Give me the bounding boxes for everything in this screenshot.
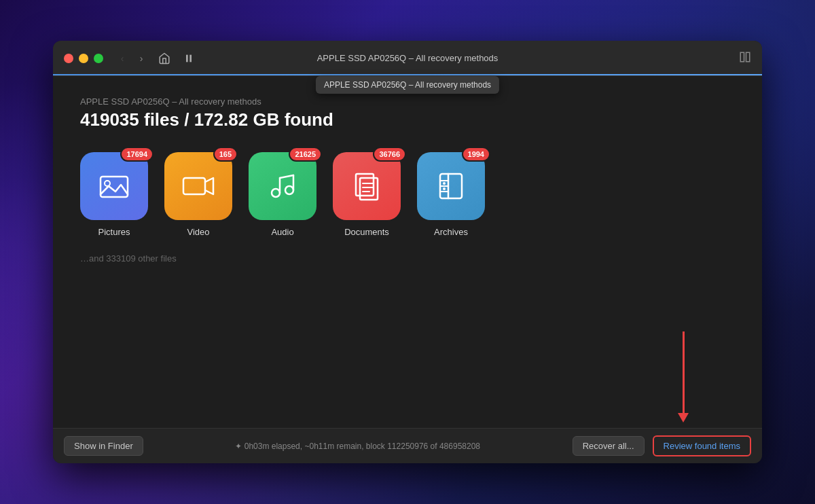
- window-title: APPLE SSD AP0256Q – All recovery methods: [317, 53, 499, 63]
- audio-icon-wrapper: 21625: [249, 152, 316, 220]
- show-in-finder-button[interactable]: Show in Finder: [64, 436, 143, 456]
- titlebar: ‹ › APPLE SSD AP0256Q – All recovery met…: [53, 41, 762, 76]
- svg-rect-2: [740, 52, 744, 62]
- audio-label: Audio: [271, 227, 293, 237]
- documents-label: Documents: [344, 227, 389, 237]
- subtitle: APPLE SSD AP0256Q – All recovery methods: [80, 96, 735, 107]
- pictures-badge: 17694: [120, 147, 153, 162]
- main-title: 419035 files / 172.82 GB found: [80, 109, 735, 130]
- file-type-pictures[interactable]: 17694 Pictures: [80, 152, 148, 237]
- video-icon-wrapper: 165: [164, 152, 232, 220]
- pictures-label: Pictures: [98, 227, 130, 237]
- arrow-line: [683, 331, 685, 413]
- file-type-archives[interactable]: 1994 Archives: [417, 152, 485, 237]
- video-icon: [181, 168, 216, 204]
- documents-icon-box: [333, 152, 401, 220]
- audio-icon-box: [249, 152, 316, 220]
- arrow-head: [678, 413, 689, 422]
- svg-point-8: [285, 186, 293, 194]
- svg-line-11: [280, 175, 293, 178]
- arrow-indicator: [678, 331, 689, 422]
- file-type-video[interactable]: 165 Video: [164, 152, 232, 237]
- chevron-left-icon: ‹: [121, 53, 124, 64]
- svg-rect-6: [183, 178, 205, 194]
- pictures-icon-wrapper: 17694: [80, 152, 148, 220]
- svg-point-5: [105, 181, 110, 186]
- layout-icon: [739, 51, 751, 63]
- pictures-icon: [96, 168, 132, 204]
- main-content: APPLE SSD AP0256Q – All recovery methods…: [53, 76, 762, 284]
- close-button[interactable]: [64, 54, 73, 63]
- pause-button[interactable]: [179, 49, 198, 68]
- minimize-button[interactable]: [79, 54, 88, 63]
- recover-all-button[interactable]: Recover all...: [573, 436, 645, 456]
- documents-icon: [349, 168, 384, 204]
- layout-button[interactable]: [739, 51, 751, 66]
- pause-icon: [183, 53, 194, 64]
- file-types-grid: 17694 Pictures 165 Video: [80, 152, 735, 237]
- video-icon-box: [164, 152, 232, 220]
- review-found-items-button[interactable]: Review found items: [653, 435, 751, 456]
- video-badge: 165: [213, 147, 238, 162]
- bottom-bar: Show in Finder ✦ 0h03m elapsed, ~0h11m r…: [53, 428, 762, 463]
- audio-icon: [265, 168, 300, 204]
- audio-badge: 21625: [289, 147, 322, 162]
- status-text: ✦ 0h03m elapsed, ~0h11m remain, block 11…: [151, 442, 564, 451]
- svg-rect-3: [746, 52, 750, 62]
- main-window: ‹ › APPLE SSD AP0256Q – All recovery met…: [53, 41, 762, 463]
- archives-icon-wrapper: 1994: [417, 152, 485, 220]
- other-files-text: …and 333109 other files: [80, 253, 735, 264]
- traffic-lights: [64, 54, 103, 63]
- chevron-right-icon: ›: [140, 53, 143, 64]
- archives-label: Archives: [434, 227, 468, 237]
- documents-icon-wrapper: 36766: [333, 152, 401, 220]
- breadcrumb-tooltip: APPLE SSD AP0256Q – All recovery methods: [316, 76, 499, 94]
- svg-point-23: [443, 187, 446, 190]
- archives-badge: 1994: [462, 147, 490, 162]
- spinner-icon: ✦: [235, 442, 244, 451]
- maximize-button[interactable]: [94, 54, 103, 63]
- svg-point-7: [272, 189, 280, 197]
- svg-rect-1: [189, 54, 192, 62]
- svg-point-22: [443, 182, 446, 185]
- file-type-audio[interactable]: 21625 Audio: [249, 152, 316, 237]
- home-icon: [158, 52, 170, 65]
- forward-button[interactable]: ›: [133, 50, 149, 67]
- svg-rect-4: [101, 177, 128, 197]
- archives-icon-box: [417, 152, 485, 220]
- svg-rect-0: [186, 54, 188, 62]
- file-type-documents[interactable]: 36766 Documents: [333, 152, 401, 237]
- status-message: 0h03m elapsed, ~0h11m remain, block 1122…: [244, 442, 480, 451]
- video-label: Video: [187, 227, 209, 237]
- back-button[interactable]: ‹: [114, 50, 130, 67]
- documents-badge: 36766: [373, 147, 406, 162]
- nav-buttons: ‹ ›: [114, 50, 149, 67]
- home-button[interactable]: [155, 49, 174, 68]
- pictures-icon-box: [80, 152, 148, 220]
- archives-icon: [433, 168, 469, 204]
